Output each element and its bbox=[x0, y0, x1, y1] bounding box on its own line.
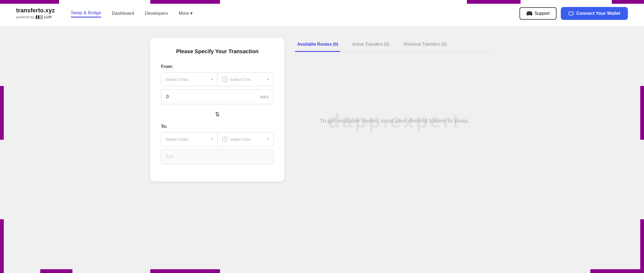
edge-accent-top-left bbox=[0, 0, 59, 4]
from-coin-selector[interactable]: ? Select Coin ▾ bbox=[218, 73, 274, 86]
to-coin-text: Select Coin bbox=[230, 137, 251, 142]
lifi-logo-icon bbox=[36, 15, 43, 20]
nav-more[interactable]: More ▾ bbox=[179, 10, 193, 16]
from-amount-input[interactable] bbox=[166, 94, 248, 100]
edge-accent-left-bottom bbox=[0, 219, 4, 273]
edge-accent-top-right-2 bbox=[612, 0, 644, 4]
svg-rect-3 bbox=[40, 16, 41, 17]
connect-wallet-label: Connect Your Wallet bbox=[576, 11, 620, 16]
edge-accent-bottom-right bbox=[590, 269, 644, 273]
from-chain-text: Select Chain bbox=[166, 77, 188, 82]
nav-swap-bridge[interactable]: Swap & Bridge bbox=[71, 9, 101, 17]
empty-routes-message: To get available routes, input your desi… bbox=[320, 118, 469, 124]
brand-name: transferto.xyz bbox=[16, 7, 55, 14]
nav-actions: Support Connect Your Wallet bbox=[519, 7, 628, 20]
svg-rect-4 bbox=[40, 17, 41, 19]
to-chain-chevron-icon: ▾ bbox=[211, 137, 213, 141]
nav-developers[interactable]: Developers bbox=[145, 10, 168, 17]
transaction-panel: Please Specify Your Transaction From: Se… bbox=[150, 38, 284, 181]
to-coin-chevron-icon: ▾ bbox=[268, 137, 269, 141]
svg-rect-0 bbox=[36, 15, 37, 19]
tab-available-routes[interactable]: Available Routes (0) bbox=[295, 38, 340, 52]
swap-icon-row: ⇄ bbox=[161, 111, 274, 118]
lifi-badge: LI.FI bbox=[36, 15, 52, 20]
panel-title: Please Specify Your Transaction bbox=[161, 48, 274, 55]
to-chain-text: Select Chain bbox=[166, 137, 188, 142]
navbar: transferto.xyz powered by LI.FI bbox=[0, 0, 644, 27]
from-selectors-row: Select Chain ▾ ? Select Coin ▾ bbox=[161, 72, 274, 86]
from-coin-text: Select Coin bbox=[230, 77, 251, 82]
from-coin-chevron-icon: ▾ bbox=[268, 77, 269, 81]
chevron-down-icon: ▾ bbox=[190, 10, 193, 16]
to-selectors-row: Select Chain ▾ ? Select Coin ▾ bbox=[161, 132, 274, 146]
edge-accent-top-center bbox=[150, 0, 220, 4]
page-wrapper: transferto.xyz powered by LI.FI bbox=[0, 0, 644, 273]
to-chain-selector[interactable]: Select Chain ▾ bbox=[161, 132, 218, 146]
swap-direction-button[interactable]: ⇄ bbox=[214, 112, 221, 117]
main-content: Please Specify Your Transaction From: Se… bbox=[134, 27, 510, 192]
to-coin-help-icon: ? bbox=[222, 136, 228, 142]
discord-icon bbox=[526, 10, 532, 16]
from-chain-chevron-icon: ▾ bbox=[211, 77, 213, 81]
routes-empty-state: dapp.expert To get available routes, inp… bbox=[295, 60, 494, 181]
wallet-icon bbox=[568, 11, 574, 16]
svg-rect-2 bbox=[40, 15, 41, 16]
to-amount-input[interactable] bbox=[166, 154, 248, 160]
connect-wallet-button[interactable]: Connect Your Wallet bbox=[561, 7, 628, 20]
brand-subtitle: powered by LI.FI bbox=[16, 15, 55, 20]
tabs-row: Available Routes (0) Active Transfers (0… bbox=[295, 38, 494, 52]
from-chain-selector[interactable]: Select Chain ▾ bbox=[161, 73, 218, 86]
edge-accent-left-top bbox=[0, 86, 4, 140]
edge-accent-right-bottom bbox=[640, 219, 644, 273]
routes-panel: Available Routes (0) Active Transfers (0… bbox=[295, 38, 494, 181]
from-amount-row: MAX bbox=[161, 89, 274, 104]
to-amount-row bbox=[161, 149, 274, 164]
to-label: To: bbox=[161, 124, 274, 129]
tab-active-transfers[interactable]: Active Transfers (0) bbox=[350, 38, 391, 52]
nav-more-label: More bbox=[179, 11, 189, 16]
edge-accent-bottom-left bbox=[40, 269, 72, 273]
to-coin-selector[interactable]: ? Select Coin ▾ bbox=[218, 132, 274, 146]
edge-accent-bottom-center bbox=[150, 269, 220, 273]
logo-area: transferto.xyz powered by LI.FI bbox=[16, 7, 55, 20]
svg-rect-5 bbox=[42, 15, 43, 19]
edge-accent-top-right-1 bbox=[467, 0, 521, 4]
nav-links: Swap & Bridge Dashboard Developers More … bbox=[71, 9, 519, 17]
max-button[interactable]: MAX bbox=[260, 95, 269, 99]
support-label: Support bbox=[535, 11, 550, 16]
from-label: From: bbox=[161, 64, 274, 69]
lifi-text: LI.FI bbox=[44, 15, 52, 19]
edge-accent-right-top bbox=[640, 86, 644, 140]
powered-by-text: powered by bbox=[16, 15, 34, 19]
svg-rect-1 bbox=[38, 15, 40, 19]
tab-historical-transfers[interactable]: Historical Transfers (0) bbox=[401, 38, 449, 52]
support-button[interactable]: Support bbox=[519, 7, 557, 20]
nav-dashboard[interactable]: Dashboard bbox=[112, 10, 134, 17]
from-coin-help-icon: ? bbox=[222, 76, 228, 82]
